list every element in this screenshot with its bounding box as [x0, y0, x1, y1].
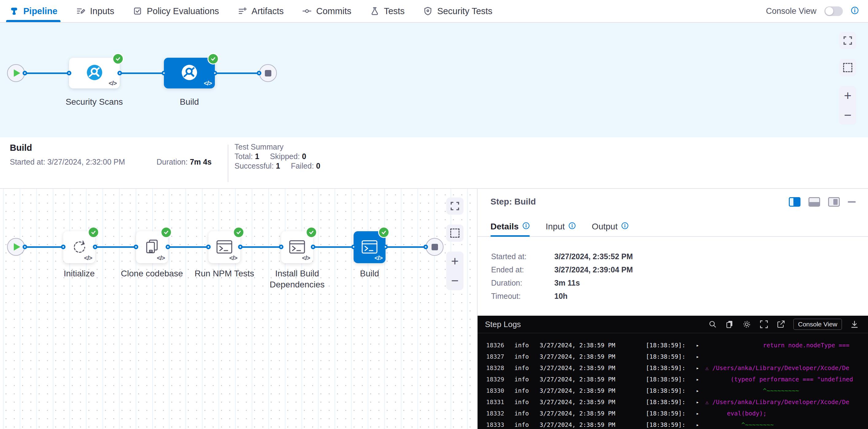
step-panel-header: Step: Build — [477, 189, 868, 207]
test-summary: Test Summary Total: 1 Skipped: 0 Success… — [235, 142, 329, 171]
success-icon — [160, 226, 172, 238]
stage-duration: Duration: 7m 4s — [157, 157, 212, 166]
info-icon[interactable] — [621, 222, 629, 232]
tab-security-tests[interactable]: Security Tests — [423, 0, 492, 22]
log-line: 18326info3/27/2024, 2:38:59 PM[18:38:59]… — [477, 340, 868, 351]
console-view-toggle-label: Console View — [766, 6, 816, 16]
detail-label: Ended at: — [491, 265, 554, 274]
edge — [313, 246, 353, 248]
layout-right-split-button[interactable] — [789, 197, 801, 207]
port — [166, 245, 170, 249]
port — [61, 245, 66, 249]
detail-row: Timeout: 10h — [491, 289, 868, 303]
tab-label: Inputs — [90, 6, 114, 16]
edge — [95, 246, 136, 248]
fullscreen-icon[interactable] — [760, 320, 768, 329]
stage-graph-canvas[interactable]: </> </> Security Scans Build + − — [0, 23, 868, 137]
tab-inputs[interactable]: Inputs — [76, 0, 114, 22]
pipeline-execution-page: Pipeline Inputs Policy Evaluations Artif… — [0, 0, 868, 429]
zoom-out-button[interactable]: − — [839, 105, 856, 125]
open-external-icon[interactable] — [777, 320, 785, 329]
step-label: Install Build Dependencies — [259, 268, 336, 290]
security-scan-icon — [180, 63, 199, 83]
stop-icon — [432, 244, 438, 250]
info-icon[interactable] — [522, 222, 530, 232]
fullscreen-button[interactable] — [839, 32, 856, 49]
log-expand-arrow: ▸ — [696, 376, 705, 382]
info-icon[interactable] — [568, 222, 576, 232]
success-icon — [378, 226, 390, 238]
zoom-in-button[interactable]: + — [446, 251, 463, 271]
stage-card-build[interactable]: </> — [164, 58, 215, 88]
pipeline-end-node[interactable] — [259, 64, 277, 82]
log-expand-arrow: ▸ — [696, 388, 705, 394]
search-icon[interactable] — [708, 320, 717, 329]
detail-row: Ended at: 3/27/2024, 2:39:04 PM — [491, 263, 868, 276]
zoom-out-button[interactable]: − — [446, 271, 463, 290]
console-view-button[interactable]: Console View — [794, 319, 842, 330]
zoom-in-button[interactable]: + — [839, 86, 856, 105]
layout-bottom-split-button[interactable] — [808, 197, 820, 207]
copy-icon[interactable] — [725, 320, 734, 329]
download-icon[interactable] — [850, 320, 859, 329]
detail-label: Timeout: — [491, 292, 554, 301]
info-icon[interactable] — [851, 6, 859, 16]
step-card-initialize[interactable]: </> — [63, 231, 95, 263]
tab-details[interactable]: Details — [491, 217, 530, 236]
stage-started-at: Started at: 3/27/2024, 2:32:00 PM — [10, 157, 125, 166]
log-line-number: 18332 — [486, 410, 515, 417]
tab-tests[interactable]: Tests — [370, 0, 405, 22]
log-expand-arrow: ▸ — [696, 410, 705, 417]
port — [213, 71, 217, 75]
stage-summary-title: Build — [10, 143, 32, 153]
log-line: 18331info3/27/2024, 2:38:59 PM[18:38:59]… — [477, 396, 868, 408]
stage-end-node[interactable] — [426, 238, 443, 256]
success-icon — [306, 226, 317, 238]
stage-card-security-scans[interactable]: </> — [69, 58, 120, 88]
console-view-toggle[interactable] — [825, 6, 843, 16]
marquee-select-button[interactable] — [839, 59, 856, 76]
tab-artifacts[interactable]: Artifacts — [238, 0, 284, 22]
tab-label: Security Tests — [437, 6, 492, 16]
step-panel-tabs: Details Input Output — [477, 217, 868, 237]
port — [311, 245, 315, 249]
marquee-select-button[interactable] — [446, 224, 463, 242]
log-line-number: 18331 — [486, 399, 515, 406]
fullscreen-button[interactable] — [446, 197, 463, 215]
tests-icon — [370, 6, 380, 16]
settings-gear-icon[interactable] — [742, 320, 751, 329]
step-card-build[interactable]: </> — [353, 231, 385, 263]
nav-right-controls: Console View — [766, 0, 859, 22]
stage-start-node[interactable] — [7, 238, 25, 256]
inputs-icon — [76, 6, 86, 16]
clone-codebase-icon — [143, 238, 160, 256]
port — [23, 71, 27, 75]
log-lines[interactable]: 18326info3/27/2024, 2:38:59 PM[18:38:59]… — [477, 333, 868, 429]
tab-policy-evaluations[interactable]: Policy Evaluations — [133, 0, 219, 22]
port — [238, 245, 243, 249]
port — [257, 71, 261, 75]
edge — [168, 246, 208, 248]
detail-label: Started at: — [491, 252, 554, 261]
log-line-number: 18326 — [486, 342, 515, 349]
layout-floating-button[interactable] — [828, 197, 840, 207]
terminal-icon — [215, 238, 233, 257]
port — [67, 71, 71, 75]
tab-output[interactable]: Output — [592, 217, 629, 236]
step-card-clone-codebase[interactable]: </> — [136, 231, 168, 263]
tab-input[interactable]: Input — [546, 217, 576, 236]
step-card-run-npm-tests[interactable]: </> — [208, 231, 240, 263]
step-card-install-build-dependencies[interactable]: </> — [281, 231, 313, 263]
pipeline-start-node[interactable] — [7, 64, 25, 82]
minimize-panel-button[interactable] — [848, 201, 856, 203]
step-graph-canvas[interactable]: </> </> </> </> — [0, 189, 477, 429]
tab-label: Details — [491, 222, 519, 232]
tab-pipeline[interactable]: Pipeline — [9, 0, 57, 22]
tab-label: Input — [546, 222, 565, 232]
step-details-list: Started at: 3/27/2024, 2:35:52 PM Ended … — [491, 250, 868, 303]
log-expand-arrow: ▸ — [696, 365, 705, 371]
code-glyph: </> — [108, 80, 117, 87]
tab-commits[interactable]: Commits — [302, 0, 351, 22]
edge — [119, 72, 164, 74]
code-glyph: </> — [229, 254, 237, 262]
